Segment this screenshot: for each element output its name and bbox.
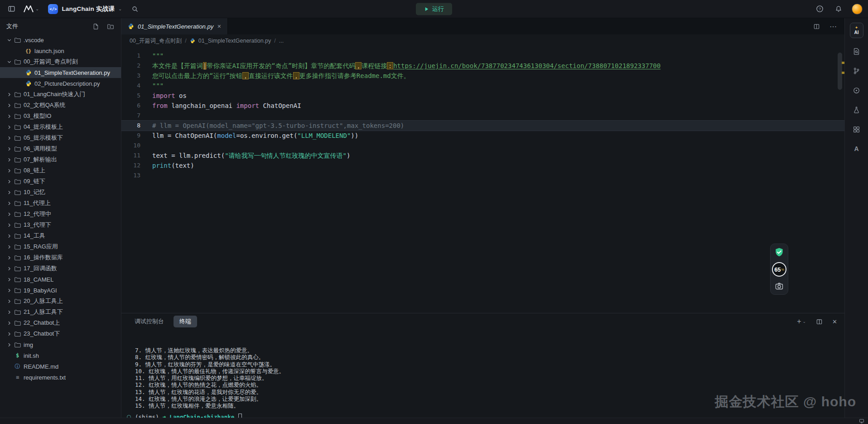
app-logo[interactable]: ⌄ (22, 5, 41, 13)
editor-tab[interactable]: 01_SimpleTextGeneration.py ✕ (121, 18, 228, 34)
chevron-right-icon[interactable] (5, 342, 13, 348)
chevron-right-icon[interactable] (5, 255, 13, 261)
more-actions-icon[interactable]: ⋯ (829, 22, 837, 31)
tree-item[interactable]: .vscode (0, 34, 121, 45)
chevron-right-icon[interactable] (5, 146, 13, 152)
close-panel-icon[interactable]: ✕ (832, 318, 837, 325)
breadcrumb-more[interactable]: ... (279, 38, 284, 44)
code-link[interactable]: https://juejin.cn/book/73877023474361303… (393, 62, 661, 69)
chevron-right-icon[interactable] (5, 277, 13, 283)
avatar[interactable] (852, 4, 863, 15)
terminal-status-icon[interactable] (859, 419, 864, 424)
tree-item[interactable]: ⓘREADME.md (0, 361, 121, 372)
sidebar-toggle-icon[interactable] (5, 3, 17, 15)
chevron-right-icon[interactable] (5, 309, 13, 315)
new-folder-icon[interactable] (106, 22, 115, 31)
project-switcher[interactable]: </> LangChain 实战课 ⌄ (45, 3, 125, 15)
split-editor-icon[interactable] (810, 20, 822, 32)
chevron-right-icon[interactable] (5, 113, 13, 119)
chevron-right-icon[interactable] (5, 288, 13, 293)
tree-item[interactable]: img (0, 339, 121, 350)
tree-item[interactable]: 02_文档QA系统 (0, 100, 121, 111)
flask-icon[interactable] (850, 103, 863, 116)
tree-item[interactable]: 00_开篇词_奇点时刻 (0, 56, 121, 67)
tab-debug-console[interactable]: 调试控制台 (129, 316, 170, 327)
tree-item[interactable]: 17_回调函数 (0, 263, 121, 274)
chevron-right-icon[interactable] (5, 190, 13, 195)
tree-item[interactable]: 23_Chatbot下 (0, 328, 121, 339)
chevron-right-icon[interactable] (5, 298, 13, 304)
editor-scrollbar[interactable] (838, 53, 842, 90)
chevron-right-icon[interactable] (5, 222, 13, 228)
chevron-right-icon[interactable] (5, 211, 13, 217)
letter-a-icon[interactable]: A (850, 142, 863, 155)
tree-item[interactable]: 06_调用模型 (0, 143, 121, 154)
tree-item[interactable]: 15_RAG应用 (0, 241, 121, 252)
tree-item[interactable]: 18_CAMEL (0, 274, 121, 285)
tree-item[interactable]: 14_工具 (0, 230, 121, 241)
chevron-right-icon[interactable] (5, 244, 13, 250)
tree-item[interactable]: 07_解析输出 (0, 154, 121, 165)
terminal[interactable]: 7. 情人节，送她红玫瑰，表达最炽热的爱意。8. 红玫瑰，情人节的爱情密码，解锁… (121, 330, 844, 418)
grid-icon[interactable] (850, 123, 863, 136)
tree-item[interactable]: 01_SimpleTextGeneration.py (0, 67, 121, 78)
tree-item[interactable]: 04_提示模板上 (0, 122, 121, 132)
run-button[interactable]: 运行 (416, 3, 452, 15)
tree-item[interactable]: 01_LangChain快速入门 (0, 89, 121, 100)
code-score-badge[interactable]: 65 % (772, 262, 786, 277)
chevron-right-icon[interactable] (5, 200, 13, 206)
source-control-icon[interactable] (850, 64, 863, 77)
ai-assistant-button[interactable]: ✦ AI (850, 23, 863, 38)
tree-item[interactable]: 19_BabyAGI (0, 285, 121, 296)
chevron-right-icon[interactable] (5, 168, 13, 174)
target-icon[interactable] (850, 84, 863, 97)
tree-item[interactable]: 11_代理上 (0, 198, 121, 209)
shield-check-icon[interactable] (774, 247, 784, 257)
tree-item[interactable]: 02_PictureDescription.py (0, 78, 121, 89)
chevron-down-icon[interactable] (5, 37, 13, 43)
chevron-right-icon[interactable] (5, 102, 13, 108)
breadcrumb-file[interactable]: 01_SimpleTextGeneration.py (198, 38, 271, 44)
tree-item[interactable]: 13_代理下 (0, 219, 121, 230)
chevron-right-icon[interactable] (5, 124, 13, 130)
command-decoration-icon[interactable] (127, 415, 131, 418)
chevron-right-icon[interactable] (5, 331, 13, 337)
tree-item[interactable]: 22_Chatbot上 (0, 317, 121, 328)
camera-icon[interactable] (775, 282, 784, 291)
code-editor[interactable]: 1"""2本文件是【开篇词|带你亲证AI应用开发的“奇点”时刻】章节的配套代码，… (121, 47, 844, 313)
tree-item[interactable]: 20_人脉工具上 (0, 296, 121, 307)
tree-item[interactable]: 05_提示模板下 (0, 132, 121, 143)
close-icon[interactable]: ✕ (217, 24, 221, 29)
new-file-icon[interactable] (91, 22, 100, 31)
new-terminal-button[interactable]: + ⌄ (797, 317, 806, 326)
tree-item[interactable]: {}launch.json (0, 45, 121, 56)
terminal-line: 12. 红玫瑰，情人节的热情之花，点燃爱的火焰。 (127, 381, 844, 388)
chevron-right-icon[interactable] (5, 179, 13, 185)
tree-item[interactable]: 03_模型IO (0, 111, 121, 122)
file-search-icon[interactable] (850, 45, 863, 58)
tree-item-label: 10_记忆 (24, 188, 45, 196)
chevron-right-icon[interactable] (5, 320, 13, 326)
chevron-right-icon[interactable] (5, 135, 13, 141)
tree-item[interactable]: 12_代理中 (0, 209, 121, 219)
tree-item[interactable]: 08_链上 (0, 165, 121, 176)
chevron-right-icon[interactable] (5, 92, 13, 97)
tree-item[interactable]: 21_人脉工具下 (0, 307, 121, 317)
tree-item[interactable]: 09_链下 (0, 176, 121, 187)
chevron-right-icon[interactable] (5, 266, 13, 272)
tree-item[interactable]: ≡requirements.txt (0, 372, 121, 383)
breadcrumb-folder[interactable]: 00_开篇词_奇点时刻 (130, 37, 182, 45)
tab-terminal[interactable]: 终端 (174, 316, 197, 327)
status-bar (0, 418, 868, 424)
search-icon[interactable] (129, 3, 141, 15)
tree-item[interactable]: 10_记忆 (0, 187, 121, 198)
tree-item[interactable]: 16_操作数据库 (0, 252, 121, 263)
chevron-down-icon[interactable] (5, 59, 13, 65)
code-token: ， (293, 72, 299, 79)
bell-icon[interactable] (833, 3, 844, 15)
chevron-right-icon[interactable] (5, 157, 13, 163)
chevron-right-icon[interactable] (5, 233, 13, 239)
help-icon[interactable]: ? (814, 3, 825, 15)
split-panel-icon[interactable] (813, 316, 825, 327)
tree-item[interactable]: $init.sh (0, 350, 121, 361)
